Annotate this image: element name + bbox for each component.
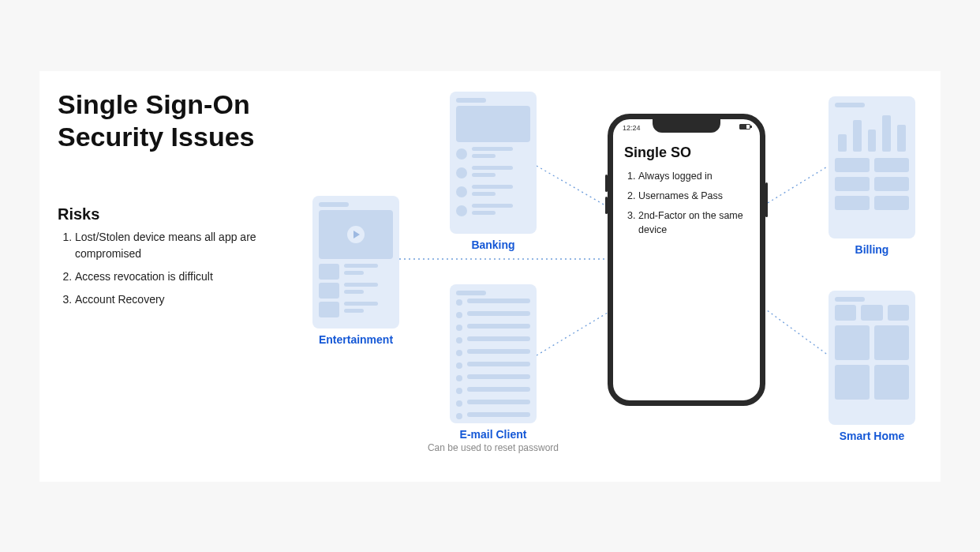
phone-volume-up [605,175,608,192]
title-line-1: Single Sign-On [58,89,250,119]
phone-status-bar: 12:24 [623,124,750,132]
phone-item-list: Always logged in Usernames & Pass 2nd-Fa… [624,169,749,238]
line-email [537,308,615,355]
app-card-billing [829,96,915,238]
app-card-entertainment [312,196,399,329]
battery-icon [739,124,750,130]
risk-item: Account Recovery [75,291,263,308]
diagram-canvas: Single Sign-On Security Issues Risks Los… [39,71,941,482]
phone-list-item: 2nd-Factor on the same device [638,208,749,238]
app-label-billing: Billing [813,243,931,256]
app-card-banking [450,92,537,234]
phone-list-item: Usernames & Pass [638,189,749,204]
phone-status-time: 12:24 [623,124,641,132]
slide: Single Sign-On Security Issues Risks Los… [39,71,941,482]
app-label-email: E-mail Client [434,428,552,441]
title-line-2: Security Issues [58,122,254,152]
phone-screen-title: Single SO [624,145,749,161]
risks-list: Lost/Stolen device means all app are com… [58,229,263,314]
risk-item: Lost/Stolen device means all app are com… [75,229,263,262]
line-smarthome [764,308,829,355]
wireframe-bar [319,202,349,207]
phone-volume-down [605,197,608,214]
risks-heading: Risks [58,205,99,223]
phone-side-button [765,182,768,217]
app-label-banking: Banking [434,238,552,251]
risk-item: Access revocation is difficult [75,268,263,285]
wireframe-chart [835,111,909,152]
app-card-email [450,284,537,423]
line-billing [764,166,829,205]
app-card-smarthome [829,291,915,425]
slide-title: Single Sign-On Security Issues [58,88,254,153]
line-banking [537,166,611,208]
play-icon [347,226,365,243]
phone-device: 12:24 Single SO Always logged in Usernam… [608,114,765,406]
app-label-entertainment: Entertainment [297,333,415,346]
app-label-smarthome: Smart Home [813,430,931,442]
phone-list-item: Always logged in [638,169,749,184]
app-sublabel-email: Can be used to reset password [410,442,576,453]
wireframe-hero [319,210,393,259]
